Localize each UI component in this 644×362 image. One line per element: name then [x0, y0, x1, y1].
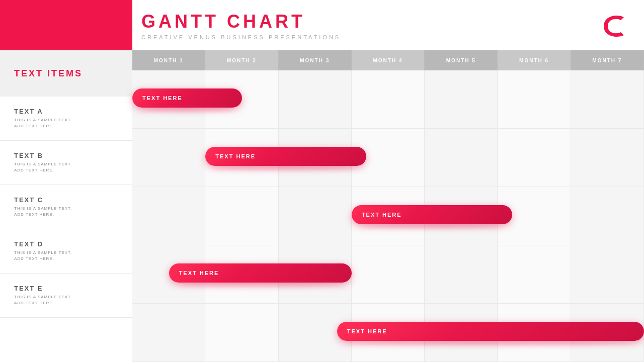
row-text-b: TEXT BTHIS IS A SAMPLE TEXT.ADD TEXT HER…: [14, 152, 111, 173]
gantt-cell-c-0: [132, 187, 205, 245]
sidebar-row-e: TEXT ETHIS IS A SAMPLE TEXT.ADD TEXT HER…: [0, 274, 132, 318]
gantt-bar-text-d: TEXT HERE: [179, 270, 219, 276]
gantt-bar-text-a: TEXT HERE: [142, 95, 183, 101]
gantt-bar-text-b: TEXT HERE: [215, 153, 256, 159]
gantt-cell-b-4: [425, 129, 498, 187]
gantt-row-e: TeXT here: [132, 304, 644, 362]
gantt-cell-a-3: [352, 70, 425, 128]
gantt-cell-e-1: [205, 304, 278, 361]
monitor-icon-e: [114, 289, 127, 303]
gantt-bar-text-e: TeXT here: [347, 328, 387, 334]
sidebar-rows: TEXT ATHIS IS A SAMPLE TEXT.ADD TEXT HER…: [0, 97, 132, 318]
month-header-7: MONTH 7: [571, 50, 644, 70]
gantt-cell-d-4: [425, 245, 498, 303]
sidebar-top-accent: [0, 0, 132, 50]
sidebar-row-d: TEXT DTHIS IS A SAMPLE TEXT.ADD TEXT HER…: [0, 229, 132, 274]
row-desc-e: THIS IS A SAMPLE TEXT.ADD TEXT HERE.: [14, 294, 108, 306]
header-titles: GANTT CHART CREATIVE VENUS BUSINESS PRES…: [141, 11, 341, 40]
gantt-cell-c-2: [279, 187, 352, 245]
monitor-icon-a: [114, 112, 127, 126]
gantt-cell-a-5: [498, 70, 571, 128]
gantt-bar-e: TeXT here: [337, 322, 644, 341]
row-text-d: TEXT DTHIS IS A SAMPLE TEXT.ADD TEXT HER…: [14, 240, 108, 262]
gantt-cell-a-2: [279, 70, 352, 128]
gantt-cell-a-4: [425, 70, 498, 128]
month-header-1: MONTH 1: [132, 50, 205, 70]
sidebar-label: TEXT ITEMS: [14, 68, 83, 79]
gantt-cell-e-0: [132, 304, 205, 361]
svg-rect-10: [115, 289, 127, 297]
row-title-c: TEXT C: [14, 196, 114, 204]
gantt-cell-c-6: [571, 187, 644, 245]
svg-rect-7: [115, 245, 127, 253]
row-desc-a: THIS IS A SAMPLE TEXT.ADD TEXT HERE.: [14, 117, 108, 129]
gantt-cell-b-5: [498, 129, 571, 187]
gantt-cell-d-3: [352, 245, 425, 303]
header: GANTT CHART CREATIVE VENUS BUSINESS PRES…: [132, 0, 644, 50]
main-content: GANTT CHART CREATIVE VENUS BUSINESS PRES…: [132, 0, 644, 362]
sidebar-row-c: TEXT CTHIS IS A SAMPLE TEXT.ADD TEXT HER…: [0, 185, 132, 229]
gantt-row-a: TEXT HERE: [132, 70, 644, 129]
month-header-3: MONTH 3: [279, 50, 352, 70]
sidebar-row-b: TEXT BTHIS IS A SAMPLE TEXT.ADD TEXT HER…: [0, 141, 132, 185]
phone-icon-c: [120, 199, 127, 215]
gantt-row-c: TEXT HERE: [132, 187, 644, 245]
chart-title: GANTT CHART: [141, 11, 341, 32]
gantt-cell-a-6: [571, 70, 644, 128]
row-text-a: TEXT ATHIS IS A SAMPLE TEXT.ADD TEXT HER…: [14, 108, 108, 129]
svg-point-4: [122, 165, 123, 166]
gantt-bar-c: TEXT HERE: [352, 205, 513, 224]
row-title-e: TEXT E: [14, 285, 108, 292]
gantt-cell-d-6: [571, 245, 644, 303]
gantt-bar-wrapper-e: TeXT here: [337, 322, 644, 342]
month-header-2: MONTH 2: [205, 50, 278, 70]
month-headers: MONTH 1MONTH 2MONTH 3MONTH 4MONTH 5MONTH…: [132, 50, 644, 70]
row-desc-c: THIS IS A SAMPLE TEXT.ADD TEXT HERE.: [14, 206, 114, 218]
row-desc-b: THIS IS A SAMPLE TEXT.ADD TEXT HERE.: [14, 161, 111, 173]
row-title-d: TEXT D: [14, 240, 108, 248]
row-text-c: TEXT CTHIS IS A SAMPLE TEXT.ADD TEXT HER…: [14, 196, 114, 218]
gantt-bar-d: TEXT HERE: [169, 263, 352, 283]
gantt-bar-b: TEXT HERE: [205, 147, 366, 166]
row-title-b: TEXT B: [14, 152, 111, 159]
gantt-bar-text-c: TEXT HERE: [362, 212, 402, 218]
gantt-row-b: TEXT HERE: [132, 129, 644, 187]
gantt-bar-wrapper-c: TEXT HERE: [352, 205, 513, 225]
gantt-rows: TEXT HERETEXT HERETEXT HERETEXT HERETeXT…: [132, 70, 644, 362]
row-title-a: TEXT A: [14, 108, 108, 115]
gantt-bar-a: TEXT HERE: [132, 88, 242, 108]
tablet-icon-b: [117, 155, 127, 171]
row-text-e: TEXT ETHIS IS A SAMPLE TEXT.ADD TEXT HER…: [14, 285, 108, 306]
row-desc-d: THIS IS A SAMPLE TEXT.ADD TEXT HERE.: [14, 250, 108, 262]
gantt-cell-b-0: [132, 129, 205, 187]
sidebar-label-box: TEXT ITEMS: [0, 50, 132, 97]
chart-subtitle: CREATIVE VENUS BUSINESS PRESENTATIONS: [141, 34, 341, 40]
sidebar: TEXT ITEMS TEXT ATHIS IS A SAMPLE TEXT.A…: [0, 0, 132, 362]
logo-icon: [599, 11, 629, 41]
month-header-6: MONTH 6: [498, 50, 571, 70]
svg-rect-0: [115, 112, 127, 120]
gantt-bar-wrapper-a: TEXT HERE: [132, 88, 242, 109]
gantt-bar-wrapper-d: TEXT HERE: [169, 263, 352, 284]
sidebar-row-a: TEXT ATHIS IS A SAMPLE TEXT.ADD TEXT HER…: [0, 97, 132, 141]
chart-area: MONTH 1MONTH 2MONTH 3MONTH 4MONTH 5MONTH…: [132, 50, 644, 362]
gantt-row-d: TEXT HERE: [132, 245, 644, 304]
gantt-cell-b-6: [571, 129, 644, 187]
gantt-bar-wrapper-b: TEXT HERE: [205, 147, 366, 167]
gantt-cell-d-5: [498, 245, 571, 303]
month-header-5: MONTH 5: [425, 50, 498, 70]
gantt-cell-c-1: [205, 187, 278, 245]
monitor-icon-d: [114, 244, 127, 258]
month-header-4: MONTH 4: [352, 50, 425, 70]
